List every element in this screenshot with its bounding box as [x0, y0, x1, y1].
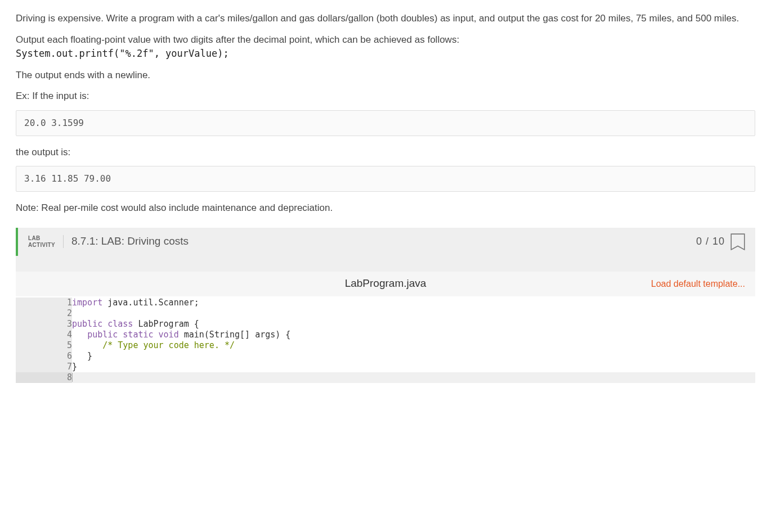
line-number: 5	[16, 340, 72, 351]
code-line[interactable]	[72, 308, 755, 319]
lab-activity-panel: LAB ACTIVITY 8.7.1: LAB: Driving costs 0…	[16, 228, 755, 256]
line-number: 2	[16, 308, 72, 319]
code-line[interactable]: }	[72, 351, 755, 362]
problem-text-1: Driving is expensive. Write a program wi…	[16, 11, 755, 26]
lab-title: 8.7.1: LAB: Driving costs	[71, 233, 696, 250]
output-example-box: 3.16 11.85 79.00	[16, 166, 755, 192]
code-line[interactable]: /* Type your code here. */	[72, 340, 755, 351]
lab-header: LAB ACTIVITY 8.7.1: LAB: Driving costs 0…	[18, 228, 755, 256]
problem-description: Driving is expensive. Write a program wi…	[16, 11, 755, 215]
problem-text-3: The output ends with a newline.	[16, 68, 755, 83]
lab-activity-badge: LAB ACTIVITY	[28, 235, 64, 248]
editor-spacer	[16, 256, 755, 272]
line-number: 7	[16, 362, 72, 372]
lab-score: 0 / 10	[696, 234, 725, 249]
input-example-box: 20.0 3.1599	[16, 110, 755, 136]
code-line[interactable]	[72, 372, 755, 383]
editor-container: LabProgram.java Load default template...…	[16, 272, 755, 448]
code-editor[interactable]: 1import java.util.Scanner;23public class…	[16, 296, 755, 448]
line-number: 1	[16, 297, 72, 308]
problem-text-6: Note: Real per-mile cost would also incl…	[16, 201, 755, 215]
load-default-template-link[interactable]: Load default template...	[651, 277, 755, 291]
line-number: 8	[16, 372, 72, 383]
file-name-tab[interactable]: LabProgram.java	[345, 276, 427, 292]
code-line[interactable]: }	[72, 362, 755, 372]
problem-text-2: Output each floating-point value with tw…	[16, 33, 755, 61]
bookmark-icon[interactable]	[730, 233, 745, 250]
problem-text-5: the output is:	[16, 145, 755, 160]
code-hint: System.out.printf("%.2f", yourValue);	[16, 48, 229, 59]
line-number: 4	[16, 330, 72, 340]
code-line[interactable]: public class LabProgram {	[72, 319, 755, 330]
problem-text-4: Ex: If the input is:	[16, 89, 755, 103]
editor-tabbar: LabProgram.java Load default template...	[16, 272, 755, 296]
code-line[interactable]: import java.util.Scanner;	[72, 297, 755, 308]
code-line[interactable]: public static void main(String[] args) {	[72, 330, 755, 340]
line-number: 3	[16, 319, 72, 330]
line-number: 6	[16, 351, 72, 362]
